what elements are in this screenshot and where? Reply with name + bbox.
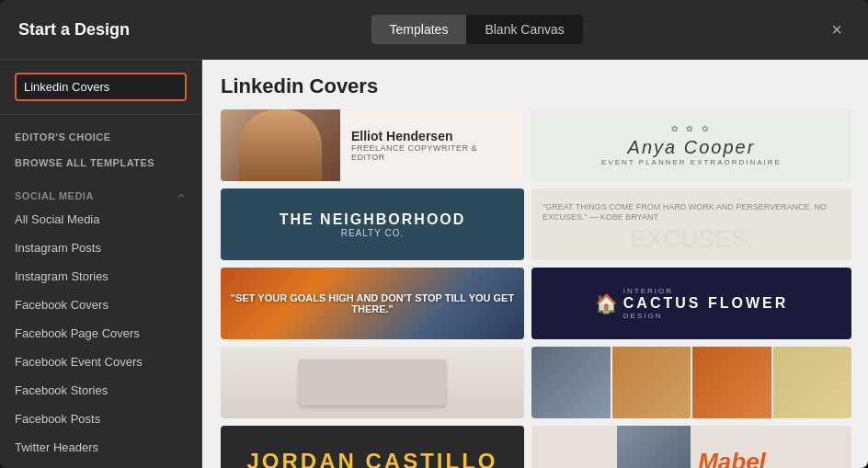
template-card-jordan[interactable]: JORDAN CASTILLO (221, 426, 524, 468)
template-card-cactus[interactable]: 🏠 INTERIOR CACTUS FLOWER DESIGN (531, 268, 851, 339)
sidebar-item-instagram-stories[interactable]: Instagram Stories (0, 262, 201, 291)
mosaic-img-3 (692, 347, 771, 418)
sidebar-item-facebook-posts[interactable]: Facebook Posts (0, 405, 201, 433)
jordan-name: JORDAN CASTILLO (247, 449, 498, 468)
neighborhood-text-area: THE NEIGHBORHOOD REALTY CO. (280, 211, 466, 238)
social-media-section[interactable]: SOCIAL MEDIA (0, 183, 201, 205)
neighborhood-subtitle: REALTY CO. (280, 228, 466, 238)
template-card-anya[interactable]: ✿ ✿ ✿ Anya Cooper EVENT PLANNER EXTRAORD… (531, 109, 851, 181)
elliot-name: Elliot Hendersen (351, 129, 513, 144)
sidebar-item-facebook-stories[interactable]: Facebook Stories (0, 376, 201, 405)
excuses-text: EXCUSES. (630, 227, 753, 250)
template-row-2: THE NEIGHBORHOOD REALTY CO. "GREAT THING… (221, 188, 850, 260)
editors-choice-link[interactable]: EDITOR'S CHOICE (0, 124, 201, 150)
mabel-name: Mabel (698, 448, 766, 469)
search-box: ✕ (15, 73, 187, 101)
template-card-workspace[interactable] (221, 347, 524, 418)
clear-icon[interactable]: ✕ (186, 76, 187, 98)
template-row-3: "SET YOUR GOALS HIGH AND DON'T STOP TILL… (221, 268, 850, 339)
template-card-mosaic[interactable] (531, 347, 851, 418)
browse-all-link[interactable]: BROWSE ALL TEMPLATES (0, 150, 201, 176)
template-row-4 (221, 347, 850, 418)
mabel-photo (617, 426, 691, 468)
goals-text: "SET YOUR GOALS HIGH AND DON'T STOP TILL… (228, 292, 517, 314)
sidebar-item-facebook-event-covers[interactable]: Facebook Event Covers (0, 348, 201, 376)
main-content: Linkedin Covers Elliot Hendersen FREELAN… (202, 60, 868, 468)
tab-blank-canvas[interactable]: Blank Canvas (466, 15, 582, 44)
template-card-elliot[interactable]: Elliot Hendersen FREELANCE COPYWRITER & … (221, 109, 524, 181)
tab-group: Templates Blank Canvas (371, 15, 583, 44)
anya-name: Anya Cooper (601, 137, 782, 158)
search-input[interactable] (17, 74, 186, 99)
template-grid: Elliot Hendersen FREELANCE COPYWRITER & … (202, 109, 868, 468)
excuses-content: "GREAT THINGS COME FROM HARD WORK AND PE… (539, 196, 844, 253)
template-card-mabel[interactable]: Mabel (531, 426, 851, 468)
elliot-text-area: Elliot Hendersen FREELANCE COPYWRITER & … (340, 121, 524, 170)
sidebar-item-facebook-page-covers[interactable]: Facebook Page Covers (0, 319, 201, 348)
template-card-neighborhood[interactable]: THE NEIGHBORHOOD REALTY CO. (221, 188, 524, 260)
sidebar-item-twitter-headers[interactable]: Twitter Headers (0, 433, 201, 462)
sidebar-item-instagram-posts[interactable]: Instagram Posts (0, 234, 201, 262)
mosaic-img-2 (612, 347, 691, 418)
cactus-icon: 🏠 (595, 292, 618, 314)
cactus-name: CACTUS FLOWER (623, 295, 788, 312)
cactus-text-area: INTERIOR CACTUS FLOWER DESIGN (623, 287, 788, 320)
sidebar: ✕ EDITOR'S CHOICE BROWSE ALL TEMPLATES S… (0, 60, 202, 468)
sidebar-item-all-social[interactable]: All Social Media (0, 205, 201, 234)
mosaic-img-1 (531, 347, 611, 418)
content-header: Linkedin Covers (202, 60, 868, 109)
elliot-subtitle: FREELANCE COPYWRITER & EDITOR (351, 143, 513, 162)
modal-title: Start a Design (18, 20, 130, 40)
modal-header: Start a Design Templates Blank Canvas × (0, 0, 868, 60)
template-row-1: Elliot Hendersen FREELANCE COPYWRITER & … (221, 109, 850, 181)
anya-subtitle: EVENT PLANNER EXTRAORDINAIRE (601, 158, 782, 166)
cactus-suffix: DESIGN (623, 312, 788, 320)
elliot-photo (221, 109, 340, 181)
keyboard-visual (299, 360, 446, 405)
mosaic-img-4 (773, 347, 852, 418)
neighborhood-name: THE NEIGHBORHOOD (280, 211, 466, 228)
social-media-label: SOCIAL MEDIA (15, 190, 94, 201)
close-button[interactable]: × (824, 17, 850, 42)
template-row-5: JORDAN CASTILLO Mabel (221, 426, 850, 468)
start-design-modal: Start a Design Templates Blank Canvas × … (0, 0, 868, 468)
excuses-quote: "GREAT THINGS COME FROM HARD WORK AND PE… (539, 199, 844, 227)
template-card-excuses[interactable]: "GREAT THINGS COME FROM HARD WORK AND PE… (531, 188, 851, 260)
template-card-goals[interactable]: "SET YOUR GOALS HIGH AND DON'T STOP TILL… (221, 268, 524, 339)
content-title: Linkedin Covers (221, 74, 850, 98)
modal-body: ✕ EDITOR'S CHOICE BROWSE ALL TEMPLATES S… (0, 60, 868, 468)
sidebar-item-facebook-covers[interactable]: Facebook Covers (0, 291, 201, 319)
workspace-image (221, 347, 524, 418)
cactus-prefix: INTERIOR (623, 287, 788, 295)
tab-templates[interactable]: Templates (371, 15, 467, 44)
anya-text-area: ✿ ✿ ✿ Anya Cooper EVENT PLANNER EXTRAORD… (601, 124, 782, 166)
sidebar-nav: EDITOR'S CHOICE BROWSE ALL TEMPLATES SOC… (0, 115, 201, 468)
search-container: ✕ (0, 60, 201, 115)
sidebar-item-twitter-posts[interactable]: Twitter Posts (0, 462, 201, 468)
chevron-up-icon (176, 190, 187, 201)
